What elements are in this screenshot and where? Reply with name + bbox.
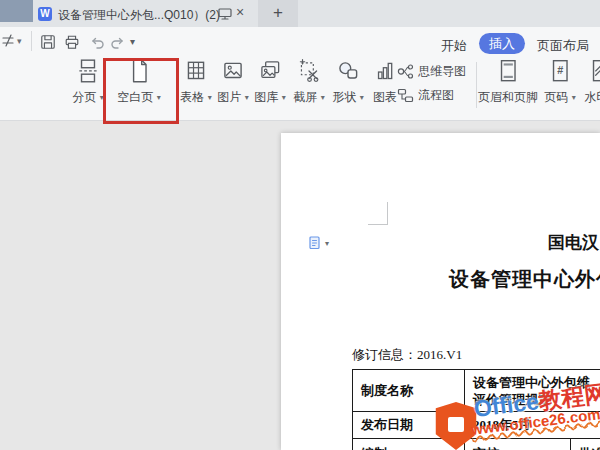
header-footer-label: 页眉和页脚 xyxy=(478,90,538,104)
picture-icon xyxy=(221,58,245,85)
split-screen-icon[interactable] xyxy=(218,8,232,20)
flowchart-icon xyxy=(397,88,414,103)
shapes-icon xyxy=(336,58,360,85)
wps-app-icon: W xyxy=(38,7,52,21)
tab-page-layout[interactable]: 页面布局 xyxy=(537,37,589,55)
mind-map-button[interactable]: 思维导图 xyxy=(397,63,466,80)
table-icon xyxy=(184,58,208,85)
blank-page-icon xyxy=(127,58,151,85)
page-number-label: 页码 xyxy=(544,90,568,104)
page-break-button[interactable]: 分页 ▾ xyxy=(64,58,112,114)
table-label: 表格 xyxy=(180,90,204,104)
doc-heading-line2: 设备管理中心外包 xyxy=(449,266,600,293)
quickbar-more-icon[interactable]: ▾ xyxy=(130,36,135,47)
close-tab-icon[interactable]: × xyxy=(236,4,244,20)
cell-approved-by: 批准 xyxy=(571,439,600,450)
new-tab-button[interactable]: + xyxy=(258,0,298,27)
dropdown-arrow-icon: ▾ xyxy=(572,93,576,102)
picture-label: 图片 xyxy=(217,90,241,104)
flowchart-label: 流程图 xyxy=(418,87,454,104)
blank-page-label: 空白页 xyxy=(117,90,153,104)
print-icon[interactable] xyxy=(64,34,80,50)
watermark-icon xyxy=(588,58,600,85)
doc-revision-line: 修订信息：2016.V1 xyxy=(352,346,462,364)
table-row: 编制 审核 批准 xyxy=(353,439,600,450)
redo-icon[interactable] xyxy=(110,36,125,49)
gallery-label: 图库 xyxy=(254,90,278,104)
image-gallery-icon xyxy=(258,58,282,85)
cell-reviewed-by: 审核 xyxy=(465,439,571,450)
page-break-icon xyxy=(76,58,100,85)
tab-home[interactable]: 开始 xyxy=(441,37,467,55)
screenshot-label: 截屏 xyxy=(293,90,317,104)
save-icon[interactable] xyxy=(40,34,56,50)
watermark-label: 水印 xyxy=(584,90,600,104)
office-logo-hole xyxy=(448,417,464,432)
mind-map-label: 思维导图 xyxy=(418,63,466,80)
header-footer-icon xyxy=(496,58,520,85)
tab-insert[interactable]: 插入 xyxy=(479,33,525,54)
header-footer-button[interactable]: 页眉和页脚 xyxy=(478,58,538,114)
screenshot-icon xyxy=(297,58,321,85)
page-number-button[interactable]: # 页码 ▾ xyxy=(538,58,582,114)
tab-bar: W 设备管理中心外包...Q010）(2) × + xyxy=(0,0,600,27)
doc-heading-line1: 国电汉 xyxy=(548,231,599,254)
window-corner-block xyxy=(0,0,33,22)
chevron-down-icon[interactable]: ▾ xyxy=(17,36,22,46)
divider xyxy=(31,31,32,51)
paste-options-arrow-icon[interactable]: ▾ xyxy=(325,239,329,248)
wps-writer-window: W 设备管理中心外包...Q010）(2) × + ▾ ▾ 开始 插入 页面布局 xyxy=(0,0,600,450)
watermark-button[interactable]: 水印 ▾ xyxy=(578,58,600,114)
page-break-label: 分页 xyxy=(72,90,96,104)
mind-map-icon xyxy=(397,64,414,79)
chart-icon xyxy=(373,58,397,85)
chart-label: 图表 xyxy=(373,90,397,104)
blank-page-button[interactable]: 空白页 ▾ xyxy=(107,58,171,114)
truncated-toolbar-icon[interactable] xyxy=(1,33,16,50)
page-number-icon: # xyxy=(548,58,572,85)
undo-icon[interactable] xyxy=(90,36,105,49)
flowchart-button[interactable]: 流程图 xyxy=(397,87,454,104)
hash-glyph: # xyxy=(557,64,563,76)
divider xyxy=(476,62,477,108)
dropdown-arrow-icon: ▾ xyxy=(157,93,161,102)
paste-options-icon[interactable] xyxy=(308,235,322,250)
margin-corner-mark xyxy=(368,202,388,225)
shapes-label: 形状 xyxy=(332,90,356,104)
document-tab-title[interactable]: 设备管理中心外包...Q010）(2) xyxy=(58,7,220,24)
dropdown-arrow-icon: ▾ xyxy=(100,93,104,102)
dropdown-arrow-icon: ▾ xyxy=(321,93,325,102)
